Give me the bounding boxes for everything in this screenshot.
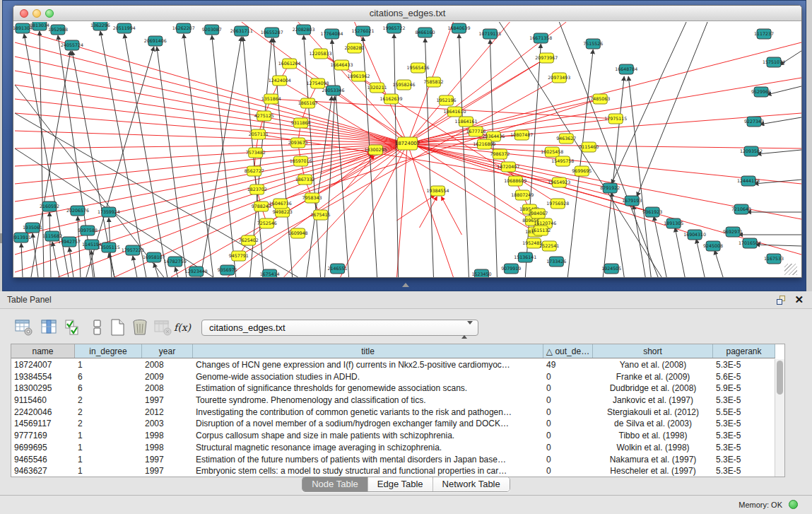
table-cell[interactable]: 0	[543, 407, 593, 419]
table-row[interactable]: 1938455462009Genome-wide association stu…	[11, 371, 775, 383]
graph-node[interactable]: 1320211	[367, 83, 387, 93]
graph-node[interactable]: 16840639	[447, 23, 470, 33]
table-cell[interactable]: 2008	[142, 382, 193, 395]
table-row[interactable]: 1830029562008Estimation of significance …	[11, 382, 775, 395]
graph-node[interactable]: 17764084	[321, 29, 343, 39]
table-cell[interactable]: Dudbridge et al. (2008)	[593, 382, 713, 395]
table-cell[interactable]: Hescheler et al. (1997)	[593, 465, 713, 477]
table-cell[interactable]: Corpus callosum shape and size in male p…	[193, 430, 543, 442]
table-cell[interactable]: de Silva et al. (2003)	[593, 418, 713, 430]
graph-node[interactable]: 19965722	[383, 23, 406, 33]
graph-node[interactable]: 7625402	[239, 235, 259, 245]
graph-node[interactable]: 24055724	[61, 40, 83, 50]
table-header-cell[interactable]: pagerank	[713, 344, 775, 358]
graph-node[interactable]: 10688609	[504, 176, 526, 186]
graph-node[interactable]: 1675414	[260, 269, 280, 277]
graph-node[interactable]: 15495758	[551, 156, 574, 166]
table-cell[interactable]: 0	[543, 465, 593, 477]
graph-node[interactable]: 1952196	[436, 95, 456, 105]
graph-node[interactable]: 1952988	[48, 25, 68, 35]
table-row[interactable]: 1456911722003Disruption of a novel membe…	[11, 418, 775, 430]
graph-node[interactable]: 1733426	[546, 257, 566, 267]
graph-node[interactable]: 16162639	[380, 94, 403, 104]
panel-splitter-handle[interactable]	[402, 283, 409, 287]
graph-node[interactable]: 16671358	[529, 33, 552, 43]
window-zoom-button[interactable]	[45, 9, 54, 18]
table-row[interactable]: 969969511998Structural magnetic resonanc…	[11, 442, 775, 454]
table-cell[interactable]: 0	[543, 371, 593, 383]
table-header-cell[interactable]: in_degree	[75, 344, 142, 358]
window-resize-grip[interactable]	[784, 264, 797, 275]
graph-node[interactable]: 1675415	[311, 210, 331, 220]
table-cell[interactable]: 0	[543, 395, 593, 407]
table-cell[interactable]: 5.9E-5	[713, 382, 775, 395]
table-cell[interactable]: 5.3E-5	[713, 430, 775, 442]
table-cell[interactable]: 9777169	[11, 430, 75, 442]
graph-node[interactable]: 16782759	[164, 257, 187, 267]
graph-node[interactable]: 9397588	[78, 226, 98, 235]
table-row[interactable]: 946554611997Estimation of the future num…	[11, 454, 775, 466]
table-cell[interactable]: 1997	[142, 454, 193, 466]
table-cell[interactable]: 5.3E-5	[713, 359, 775, 371]
table-cell[interactable]: Yano et al. (2008)	[593, 359, 713, 371]
graph-node[interactable]: 12923448	[185, 267, 208, 276]
table-cell[interactable]: 2012	[142, 407, 193, 419]
graph-node[interactable]: 1523450	[471, 269, 491, 277]
table-cell[interactable]: Jankovic et al. (1997)	[593, 395, 713, 407]
table-settings-icon[interactable]	[14, 318, 34, 337]
table-cell[interactable]: 5.3E-5	[713, 465, 775, 477]
table-header-cell[interactable]: year	[142, 344, 193, 358]
graph-node[interactable]: 20511994	[113, 23, 136, 33]
table-cell[interactable]: Franke et al. (2009)	[593, 371, 713, 383]
graph-node[interactable]: 15958246	[393, 80, 416, 90]
graph-node[interactable]: 1615132	[531, 226, 551, 235]
graph-node[interactable]: 16648784	[615, 64, 637, 74]
graph-node[interactable]: 16904310	[683, 230, 706, 240]
graph-node[interactable]: 2160592	[40, 201, 59, 211]
graph-node[interactable]: 7515526	[583, 39, 603, 49]
table-cell[interactable]: 18300295	[11, 382, 75, 395]
graph-node[interactable]: 18597016	[290, 156, 312, 166]
table-cell[interactable]: 0	[543, 418, 593, 430]
table-cell[interactable]: 9463627	[11, 465, 75, 477]
graph-node[interactable]: 7958343	[302, 193, 322, 203]
graph-node[interactable]: 2057131	[249, 129, 269, 139]
graph-node[interactable]: 18720407	[497, 162, 519, 172]
table-cell[interactable]: 49	[543, 359, 593, 371]
network-canvas[interactable]: 1891304881303419529882405572413622962051…	[13, 22, 801, 277]
function-builder-icon[interactable]: f(x)	[174, 318, 194, 337]
graph-node[interactable]: 1167533	[764, 254, 784, 264]
graph-node[interactable]: 1865167	[298, 98, 318, 108]
table-cell[interactable]: 5.6E-5	[713, 371, 775, 383]
graph-node[interactable]: 9361923	[642, 207, 662, 217]
new-column-icon[interactable]	[107, 318, 127, 337]
table-row[interactable]: 1872400712008Changes of HCN gene express…	[11, 359, 775, 371]
network-window[interactable]: citations_edges.txt 18913048813034195298…	[13, 5, 802, 278]
table-cell[interactable]: 9465546	[11, 454, 75, 466]
graph-node[interactable]: 7984067	[528, 209, 548, 218]
table-cell[interactable]: 2009	[142, 371, 193, 383]
graph-node[interactable]: 17975115	[604, 114, 627, 124]
table-cell[interactable]: Estimation of significance thresholds fo…	[193, 382, 543, 395]
tab-network-table[interactable]: Network Table	[433, 477, 510, 491]
graph-node[interactable]: 20691406	[144, 36, 167, 46]
show-columns-icon[interactable]	[40, 318, 59, 337]
graph-node[interactable]: 10025458	[541, 147, 563, 157]
graph-node[interactable]: 1823702	[247, 185, 267, 194]
graph-node[interactable]: 2146551	[328, 264, 348, 274]
table-cell[interactable]: 9699695	[11, 442, 75, 454]
graph-node[interactable]: 9692971	[723, 227, 743, 237]
table-cell[interactable]: Tibbo et al. (1998)	[593, 430, 713, 442]
table-cell[interactable]: Embryonic stem cells: a model to study s…	[193, 465, 543, 477]
table-cell[interactable]: Estimation of the future numbers of pati…	[193, 454, 543, 466]
table-mode-icon[interactable]	[88, 318, 107, 337]
graph-node[interactable]: 1117237	[754, 29, 774, 39]
graph-node[interactable]: 16262207	[172, 23, 195, 33]
graph-node[interactable]: 3913911	[13, 233, 31, 243]
graph-node[interactable]: 10719135	[478, 29, 501, 39]
graph-node[interactable]: 9356975	[218, 265, 237, 275]
graph-node[interactable]: 20206576	[66, 206, 89, 216]
graph-node[interactable]: 9115460	[579, 142, 599, 152]
graph-node[interactable]: 12424004	[269, 76, 291, 86]
table-cell[interactable]: 1	[75, 359, 142, 371]
